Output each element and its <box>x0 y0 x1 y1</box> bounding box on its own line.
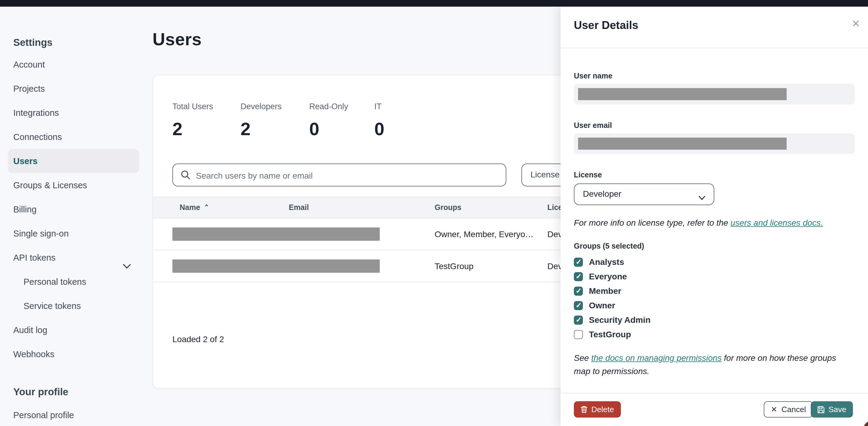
group-label: Member <box>589 286 621 296</box>
cell-groups: TestGroup <box>432 261 541 271</box>
users-card: Total Users 2 Developers 2 Read-Only 0 I… <box>153 75 623 389</box>
panel-title: User Details <box>574 19 638 32</box>
cancel-button[interactable]: ✕ Cancel <box>764 401 813 418</box>
stat-total-users: Total Users 2 <box>173 102 241 139</box>
sidebar-item-personal-profile[interactable]: Personal profile <box>13 403 151 426</box>
redacted-name-email <box>173 227 380 241</box>
panel-body: User name User email License Developer F… <box>561 72 868 378</box>
sort-ascending-icon: ⌃ <box>204 203 209 211</box>
table-row[interactable]: TestGroup Developer <box>153 250 623 282</box>
column-header-groups[interactable]: Groups <box>432 203 541 212</box>
permissions-note: See the docs on managing permissions for… <box>574 352 855 378</box>
note-prefix: See <box>574 353 591 363</box>
user-name-label: User name <box>574 72 855 80</box>
license-select[interactable]: Developer <box>574 183 714 205</box>
settings-sidebar: Settings Account Projects Integrations C… <box>0 7 151 426</box>
sidebar-profile-section-title: Your profile <box>13 385 151 398</box>
sidebar-item-connections[interactable]: Connections <box>8 125 139 149</box>
sidebar-item-service-tokens[interactable]: Service tokens <box>8 294 139 318</box>
column-header-email[interactable]: Email <box>287 203 432 212</box>
sidebar-item-label: API tokens <box>13 253 56 262</box>
save-icon <box>818 406 825 413</box>
user-details-panel: User Details ✕ User name User email Lice… <box>561 7 868 426</box>
users-licenses-docs-link[interactable]: users and licenses docs. <box>731 218 823 227</box>
close-icon[interactable]: ✕ <box>852 19 861 29</box>
cancel-button-label: Cancel <box>781 405 806 414</box>
trash-icon <box>581 405 588 413</box>
sidebar-item-account[interactable]: Account <box>8 53 139 77</box>
group-label: Everyone <box>589 272 627 281</box>
group-checkbox-member[interactable]: Member <box>574 284 855 297</box>
sidebar-item-projects[interactable]: Projects <box>8 77 139 101</box>
table-row[interactable]: Owner, Member, Everyo… Developer <box>153 219 623 250</box>
sidebar-item-users[interactable]: Users <box>8 149 139 173</box>
search-input[interactable] <box>195 165 498 186</box>
license-label: License <box>574 171 855 179</box>
stat-value: 2 <box>241 119 309 139</box>
stat-developers: Developers 2 <box>241 102 309 139</box>
sidebar-item-single-sign-on[interactable]: Single sign-on <box>8 222 139 246</box>
checkbox-icon <box>574 330 583 339</box>
stat-label: Developers <box>241 102 309 113</box>
checkbox-icon <box>574 315 583 324</box>
group-checkbox-analysts[interactable]: Analysts <box>574 255 855 268</box>
group-label: TestGroup <box>589 330 631 339</box>
license-info-text: For more info on license type, refer to … <box>574 218 855 227</box>
column-header-label: Name <box>180 203 200 212</box>
stat-label: IT <box>374 102 384 113</box>
checkbox-icon <box>574 272 583 281</box>
panel-divider <box>561 48 868 48</box>
group-label: Owner <box>589 301 615 310</box>
license-info-prefix: For more info on license type, refer to … <box>574 218 731 227</box>
group-checkbox-testgroup[interactable]: TestGroup <box>574 328 855 341</box>
checkbox-icon <box>574 257 583 266</box>
checkbox-icon <box>574 301 583 310</box>
top-bar <box>0 0 868 7</box>
stat-label: Read-Only <box>309 102 374 113</box>
save-button[interactable]: Save <box>811 401 853 418</box>
license-selected-value: Developer <box>583 189 621 199</box>
app-root: Settings Account Projects Integrations C… <box>0 0 868 426</box>
settings-nav: Account Projects Integrations Connection… <box>13 53 151 366</box>
user-email-field[interactable] <box>574 133 855 154</box>
redacted-name-email <box>173 259 380 273</box>
user-email-label: User email <box>574 121 855 130</box>
sidebar-item-integrations[interactable]: Integrations <box>8 101 139 125</box>
sidebar-item-billing[interactable]: Billing <box>8 197 139 222</box>
users-table: Name⌃ Email Groups License Owner, Member… <box>153 197 623 282</box>
panel-footer: Delete ✕ Cancel Save <box>561 393 868 426</box>
stat-value: 0 <box>374 119 384 139</box>
stat-label: Total Users <box>173 102 241 113</box>
checkbox-icon <box>574 286 583 295</box>
managing-permissions-docs-link[interactable]: the docs on managing permissions <box>591 353 722 363</box>
stat-it: IT 0 <box>374 102 384 139</box>
table-controls: License <box>173 164 622 187</box>
groups-label: Groups (5 selected) <box>574 242 855 250</box>
delete-button[interactable]: Delete <box>574 401 621 418</box>
loaded-status: Loaded 2 of 2 <box>173 334 622 344</box>
group-checkbox-owner[interactable]: Owner <box>574 299 855 312</box>
delete-button-label: Delete <box>591 405 614 414</box>
sidebar-item-personal-tokens[interactable]: Personal tokens <box>8 270 139 294</box>
redacted-user-email <box>578 138 786 150</box>
group-label: Security Admin <box>589 315 650 324</box>
group-checkbox-security-admin[interactable]: Security Admin <box>574 313 855 326</box>
save-button-label: Save <box>829 405 846 414</box>
sidebar-item-api-tokens[interactable]: API tokens <box>8 246 139 270</box>
redacted-user-name <box>578 88 786 100</box>
chevron-down-icon <box>699 192 705 203</box>
group-label: Analysts <box>589 257 624 267</box>
sidebar-item-groups-licenses[interactable]: Groups & Licenses <box>8 173 139 197</box>
stat-read-only: Read-Only 0 <box>309 102 374 139</box>
user-search <box>173 164 506 187</box>
user-name-field[interactable] <box>574 84 855 104</box>
column-header-name[interactable]: Name⌃ <box>153 203 287 212</box>
sidebar-item-audit-log[interactable]: Audit log <box>8 318 139 342</box>
group-checkbox-everyone[interactable]: Everyone <box>574 270 855 283</box>
table-header-row: Name⌃ Email Groups License <box>153 197 623 219</box>
sidebar-section-title: Settings <box>13 36 151 49</box>
sidebar-item-webhooks[interactable]: Webhooks <box>8 342 139 366</box>
user-stats: Total Users 2 Developers 2 Read-Only 0 I… <box>173 102 622 139</box>
panel-header: User Details ✕ <box>561 7 868 48</box>
stat-value: 2 <box>173 119 241 139</box>
